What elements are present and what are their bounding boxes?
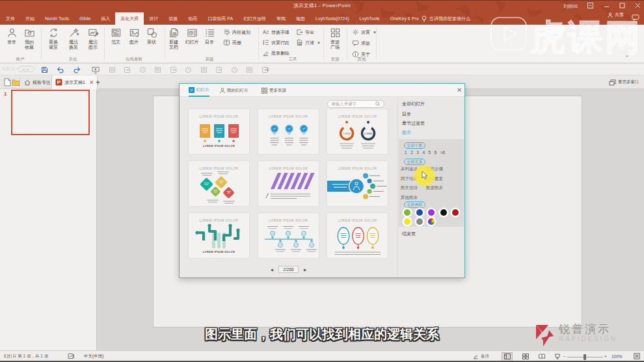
qat-print-preview-button[interactable] <box>139 66 146 73</box>
prev-page-button[interactable]: ◀ <box>271 268 273 272</box>
language-indicator[interactable]: 中文(中国) <box>84 351 103 361</box>
template-card-banner-arc[interactable]: LOREM IPSUM DOLOR <box>327 161 388 207</box>
slideshow-from-start-button[interactable] <box>92 66 100 73</box>
ribbon-tab-6[interactable]: 设计 <box>144 12 163 25</box>
reading-view-button[interactable] <box>536 352 547 361</box>
ribbon-tab-13[interactable]: LvyhTools(0724) <box>310 12 354 25</box>
export-button[interactable]: 导出 <box>296 29 314 36</box>
zoom-level[interactable]: 100% <box>611 351 623 361</box>
qat-chart-button[interactable] <box>230 66 238 73</box>
read-only-button[interactable]: 只读▼ <box>296 39 321 46</box>
ribbon-tab-15[interactable]: OneKey 6 Pro <box>385 12 424 25</box>
color-dot-yellow[interactable] <box>404 218 410 225</box>
open-folder-icon[interactable] <box>11 78 20 86</box>
category-diagrams[interactable]: 图示 <box>402 129 411 136</box>
color-dot-red[interactable] <box>452 209 459 216</box>
ribbon-tab-2[interactable]: Nordri Tools <box>40 12 74 25</box>
collapse-ribbon-chevron[interactable]: ⌃ <box>624 55 630 61</box>
fit-to-window-button[interactable] <box>634 351 640 361</box>
ribbon-tab-5[interactable]: 美化大师 <box>115 12 144 25</box>
ribbon-tab-1[interactable]: 开始 <box>20 12 40 25</box>
relation-tag-4[interactable]: 图文混排 <box>401 185 426 195</box>
category-ending-pages[interactable]: 结束页 <box>402 231 416 237</box>
count-option->6[interactable]: >6 <box>440 150 445 155</box>
template-card-three-badges[interactable]: LOREM IPSUM DOLOR <box>258 109 319 155</box>
ribbon-tab-7[interactable]: 切换 <box>163 12 183 25</box>
magic-diagram-button[interactable]: 魔法图示 <box>80 26 106 50</box>
ribbon-tab-12[interactable]: 视图 <box>291 12 310 25</box>
ribbon-tab-10[interactable]: 幻灯片放映 <box>238 12 271 25</box>
minimize-button[interactable] <box>602 1 611 9</box>
save-button[interactable] <box>40 66 48 73</box>
zoom-slider-thumb[interactable] <box>584 354 586 360</box>
resource-plaza-button[interactable]: 资源广场 <box>322 26 348 50</box>
category-toc[interactable]: 目录 <box>402 111 411 118</box>
qat-customize-caret[interactable] <box>263 66 271 73</box>
tell-me-box[interactable]: 告诉我你想要做什么 <box>422 12 470 25</box>
next-page-button[interactable]: ▶ <box>304 268 306 272</box>
content-planning-button[interactable]: 内容规划 <box>223 29 250 36</box>
qat-picture-button[interactable] <box>200 66 208 73</box>
template-card-timeline[interactable]: LOREM IPSUM DOLOR <box>258 213 319 259</box>
color-dot-black[interactable] <box>440 209 447 216</box>
zoom-out-button[interactable]: − <box>563 351 566 361</box>
redo-button[interactable] <box>73 66 81 73</box>
qat-paste-button[interactable] <box>108 66 116 73</box>
template-card-three-ovals[interactable]: LOREM IPSUM DOLOR <box>327 213 388 259</box>
toc-button[interactable]: 目录 <box>196 26 222 45</box>
color-dot-gray[interactable] <box>416 218 423 225</box>
category-section-pages[interactable]: 章节过渡页 <box>402 120 425 127</box>
ribbon-display-options-button[interactable] <box>585 1 595 9</box>
ribbon-tab-0[interactable]: 文件 <box>1 12 20 25</box>
template-card-three-rectangles[interactable]: LOREM IPSUM DOLOR LOREM IPSUM DOLOR <box>188 109 250 155</box>
normal-view-button[interactable] <box>502 352 513 361</box>
ribbon-tab-4[interactable]: 插入 <box>96 12 115 25</box>
qat-print-button[interactable] <box>124 66 131 73</box>
ribbon-tab-9[interactable]: 口袋动画 PA <box>202 12 238 25</box>
color-dot-rainbow[interactable] <box>428 218 435 225</box>
count-option-4[interactable]: 4 <box>422 150 425 155</box>
count-option-5[interactable]: 5 <box>429 150 431 155</box>
dialog-tab-my-slides[interactable]: 我的幻灯片 <box>220 84 248 97</box>
color-dot-blue[interactable] <box>416 209 423 216</box>
slide-sorter-view-button[interactable] <box>520 352 531 361</box>
count-option-2[interactable]: 2 <box>410 150 413 155</box>
relation-tag-5[interactable]: 数据图表 <box>426 185 451 195</box>
dialog-close-button[interactable]: ✕ <box>457 87 462 94</box>
count-option-3[interactable]: 3 <box>416 150 419 155</box>
filter-all-colors[interactable]: 全部色彩 <box>404 201 425 208</box>
tab-presentation1[interactable]: P 演示文稿1 ✕ <box>51 75 98 89</box>
share-button[interactable]: 共享 <box>608 12 624 18</box>
count-option-1[interactable]: 1 <box>405 150 407 155</box>
qat-play-sound-button[interactable] <box>169 66 177 73</box>
album-button[interactable]: 画册 <box>223 39 241 46</box>
filter-all-counts[interactable]: 全部个数 <box>404 142 425 149</box>
notes-button[interactable]: 备注 <box>473 351 489 361</box>
batch-delete-button[interactable]: 批量删除 <box>262 49 289 57</box>
account-user-name[interactable]: 刘阳06 <box>563 3 578 10</box>
template-card-pipes[interactable]: LOREM IPSUM DOLOR LOREM IPSUM DOLOR <box>188 213 250 259</box>
qat-animation-pane-button[interactable] <box>185 66 193 73</box>
color-dot-green[interactable] <box>404 209 410 216</box>
undo-button[interactable] <box>57 66 64 73</box>
help-button[interactable]: 求助 <box>352 40 370 47</box>
slide-thumbnail[interactable] <box>11 90 90 135</box>
template-card-six-slashes[interactable]: LOREM IPSUM DOLOR <box>258 161 319 207</box>
template-card-two-donuts[interactable]: LOREM IPSUM DOLOR LOREM LOREM <box>327 109 388 155</box>
settings-button[interactable]: 设置▼ <box>352 29 377 36</box>
filter-all-relations[interactable]: 全部关系 <box>404 159 425 165</box>
count-option-6[interactable]: 6 <box>435 150 437 155</box>
category-all-slides[interactable]: 全部幻灯片 <box>402 101 425 107</box>
maximize-button[interactable] <box>617 1 626 9</box>
spell-check-icon[interactable] <box>68 351 75 361</box>
close-button[interactable] <box>633 1 642 9</box>
line-spacing-button[interactable]: 设置行距 <box>262 39 289 46</box>
replace-font-button[interactable]: 替换字体 <box>262 29 289 36</box>
ribbon-tab-14[interactable]: LvyhTools <box>354 12 384 25</box>
search-input[interactable]: 请输入关键字 <box>327 100 384 108</box>
comments-button[interactable] <box>632 12 639 23</box>
template-card-four-diamonds[interactable]: LOREM IPSUM DOLOR <box>188 161 250 207</box>
dialog-tab-slides[interactable]: 幻灯片 <box>189 84 209 97</box>
tab-template-zone[interactable]: 模板专区 <box>21 75 54 89</box>
ribbon-tab-11[interactable]: 审阅 <box>271 12 291 25</box>
